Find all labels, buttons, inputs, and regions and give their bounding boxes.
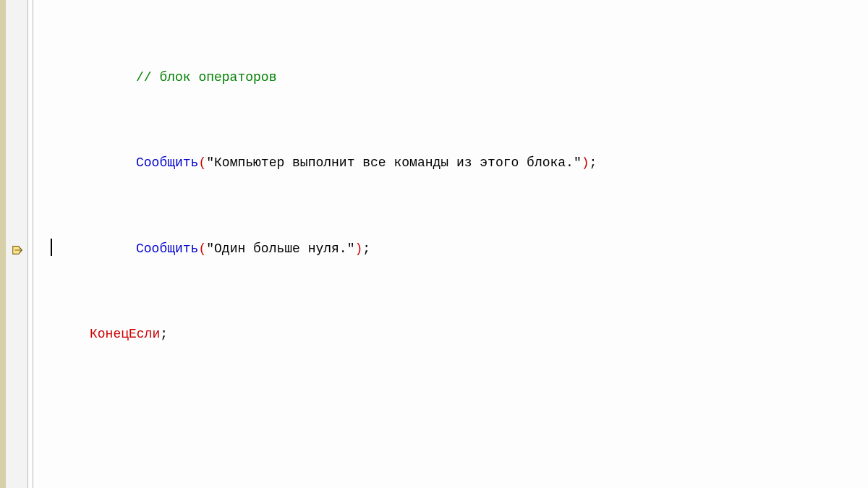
paren: ) xyxy=(582,155,590,170)
code-line[interactable]: // блок операторов xyxy=(43,67,868,89)
semicolon: ; xyxy=(362,241,370,256)
code-line[interactable]: Сообщить("Компьютер выполнит все команды… xyxy=(43,153,868,174)
semicolon: ; xyxy=(160,327,168,341)
code-line[interactable]: КонецЕсли; xyxy=(43,324,868,346)
function-name: Сообщить xyxy=(136,241,198,256)
keyword: КонецЕсли xyxy=(90,327,160,341)
semicolon: ; xyxy=(590,155,597,170)
string-literal: "Компьютер выполнит все команды из этого… xyxy=(206,155,581,170)
paren: ) xyxy=(354,241,362,256)
function-name: Сообщить xyxy=(136,155,198,170)
scroll-stripe xyxy=(0,0,6,488)
paren: ( xyxy=(198,155,206,170)
gutter-divider xyxy=(33,0,33,488)
paren: ( xyxy=(198,241,206,256)
bookmark-icon[interactable] xyxy=(9,243,26,257)
code-line[interactable]: Сообщить("Один больше нуля."); xyxy=(43,239,868,260)
string-literal: "Один больше нуля." xyxy=(206,241,354,256)
comment: // блок операторов xyxy=(136,70,276,85)
code-line-blank[interactable] xyxy=(43,409,868,431)
code-editor[interactable]: // блок операторов Сообщить("Компьютер в… xyxy=(0,0,868,488)
code-content[interactable]: // блок операторов Сообщить("Компьютер в… xyxy=(43,0,868,488)
